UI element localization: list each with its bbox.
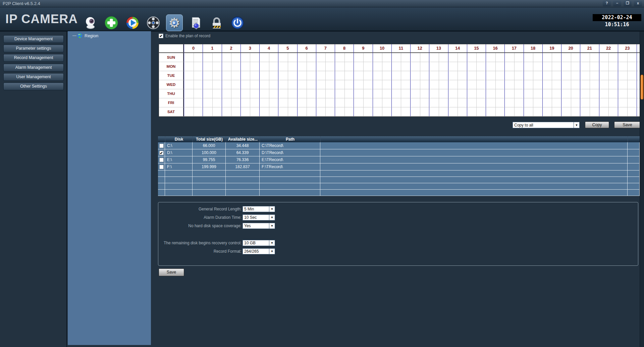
- schedule-cell[interactable]: [316, 98, 335, 107]
- schedule-cell[interactable]: [524, 80, 542, 89]
- schedule-cell[interactable]: [354, 53, 372, 62]
- schedule-cell[interactable]: [504, 71, 523, 80]
- schedule-cell[interactable]: [580, 98, 599, 107]
- settings-select-4[interactable]: 264/265▼: [243, 248, 275, 254]
- schedule-cell[interactable]: [448, 107, 467, 116]
- copy-target-select[interactable]: Copy to all ▼: [513, 122, 580, 128]
- schedule-cell[interactable]: [297, 107, 316, 116]
- schedule-cell[interactable]: [410, 53, 429, 62]
- settings-select-2[interactable]: Yes▼: [243, 223, 275, 229]
- schedule-cell[interactable]: [391, 53, 410, 62]
- chevron-down-icon[interactable]: ▼: [269, 240, 275, 246]
- schedule-cell[interactable]: [561, 89, 580, 98]
- schedule-cell[interactable]: [278, 98, 297, 107]
- schedule-cell[interactable]: [222, 107, 240, 116]
- schedule-cell[interactable]: [297, 80, 316, 89]
- schedule-cell[interactable]: [222, 53, 240, 62]
- schedule-cell[interactable]: [297, 71, 316, 80]
- scrollbar-thumb[interactable]: [640, 75, 644, 100]
- schedule-cell[interactable]: [429, 62, 448, 71]
- schedule-cell[interactable]: [429, 98, 448, 107]
- schedule-cell[interactable]: [278, 107, 297, 116]
- schedule-cell[interactable]: [429, 71, 448, 80]
- schedule-cell[interactable]: [354, 107, 372, 116]
- schedule-cell[interactable]: [618, 53, 637, 62]
- schedule-save-button[interactable]: Save: [614, 121, 641, 128]
- schedule-cell[interactable]: [316, 71, 335, 80]
- add-device-icon[interactable]: [105, 16, 118, 30]
- schedule-cell[interactable]: [240, 53, 259, 62]
- schedule-cell[interactable]: [278, 62, 297, 71]
- disk-name-cell[interactable]: F:\: [165, 163, 193, 170]
- disk-checkbox[interactable]: [159, 158, 164, 162]
- schedule-cell[interactable]: [599, 107, 618, 116]
- schedule-cell[interactable]: [448, 80, 467, 89]
- settings-save-button[interactable]: Save: [159, 268, 184, 276]
- schedule-cell[interactable]: [429, 107, 448, 116]
- power-icon[interactable]: [231, 16, 244, 30]
- schedule-cell[interactable]: [486, 80, 504, 89]
- schedule-cell[interactable]: [373, 80, 391, 89]
- schedule-cell[interactable]: [542, 71, 561, 80]
- schedule-cell[interactable]: [278, 89, 297, 98]
- schedule-cell[interactable]: [278, 53, 297, 62]
- schedule-cell[interactable]: [542, 107, 561, 116]
- help-button[interactable]: ?: [603, 1, 611, 6]
- schedule-cell[interactable]: [524, 98, 542, 107]
- schedule-cell[interactable]: [316, 80, 335, 89]
- camera-icon[interactable]: [84, 16, 97, 30]
- schedule-cell[interactable]: [448, 62, 467, 71]
- disk-checkbox[interactable]: [159, 144, 164, 148]
- schedule-cell[interactable]: [373, 107, 391, 116]
- schedule-cell[interactable]: [184, 80, 203, 89]
- schedule-cell[interactable]: [486, 53, 504, 62]
- sidebar-item-user-management[interactable]: User Management: [3, 73, 64, 81]
- tree-item-region[interactable]: Region: [72, 33, 98, 39]
- schedule-cell[interactable]: [335, 89, 354, 98]
- schedule-cell[interactable]: [599, 80, 618, 89]
- schedule-cell[interactable]: [391, 98, 410, 107]
- schedule-cell[interactable]: [504, 53, 523, 62]
- schedule-cell[interactable]: [580, 71, 599, 80]
- schedule-cell[interactable]: [354, 71, 372, 80]
- schedule-cell[interactable]: [184, 107, 203, 116]
- disk-checkbox[interactable]: [159, 165, 164, 169]
- schedule-cell[interactable]: [410, 62, 429, 71]
- playback-icon[interactable]: [126, 16, 139, 30]
- schedule-cell[interactable]: [599, 53, 618, 62]
- schedule-cell[interactable]: [297, 62, 316, 71]
- chevron-down-icon[interactable]: ▼: [269, 249, 275, 254]
- schedule-cell[interactable]: [467, 71, 486, 80]
- schedule-cell[interactable]: [542, 89, 561, 98]
- schedule-cell[interactable]: [448, 89, 467, 98]
- schedule-cell[interactable]: [259, 80, 278, 89]
- schedule-cell[interactable]: [316, 62, 335, 71]
- schedule-cell[interactable]: [486, 107, 504, 116]
- schedule-cell[interactable]: [618, 107, 637, 116]
- schedule-cell[interactable]: [410, 89, 429, 98]
- schedule-cell[interactable]: [203, 89, 221, 98]
- schedule-cell[interactable]: [203, 107, 221, 116]
- schedule-cell[interactable]: [504, 98, 523, 107]
- settings-select-3[interactable]: 10 GB▼: [243, 240, 275, 246]
- schedule-cell[interactable]: [467, 107, 486, 116]
- schedule-cell[interactable]: [448, 98, 467, 107]
- schedule-cell[interactable]: [467, 80, 486, 89]
- schedule-cell[interactable]: [373, 98, 391, 107]
- schedule-cell[interactable]: [524, 62, 542, 71]
- record-reel-icon[interactable]: [147, 16, 160, 30]
- schedule-cell[interactable]: [240, 98, 259, 107]
- schedule-cell[interactable]: [486, 89, 504, 98]
- schedule-cell[interactable]: [316, 53, 335, 62]
- schedule-cell[interactable]: [259, 98, 278, 107]
- schedule-cell[interactable]: [278, 80, 297, 89]
- settings-select-0[interactable]: 5 Min▼: [243, 206, 275, 212]
- schedule-cell[interactable]: [184, 53, 203, 62]
- schedule-cell[interactable]: [203, 98, 221, 107]
- chevron-down-icon[interactable]: ▼: [574, 122, 579, 128]
- schedule-cell[interactable]: [373, 53, 391, 62]
- schedule-cell[interactable]: [486, 98, 504, 107]
- schedule-cell[interactable]: [561, 62, 580, 71]
- schedule-cell[interactable]: [184, 71, 203, 80]
- sidebar-item-alarm-management[interactable]: Alarm Management: [3, 64, 64, 71]
